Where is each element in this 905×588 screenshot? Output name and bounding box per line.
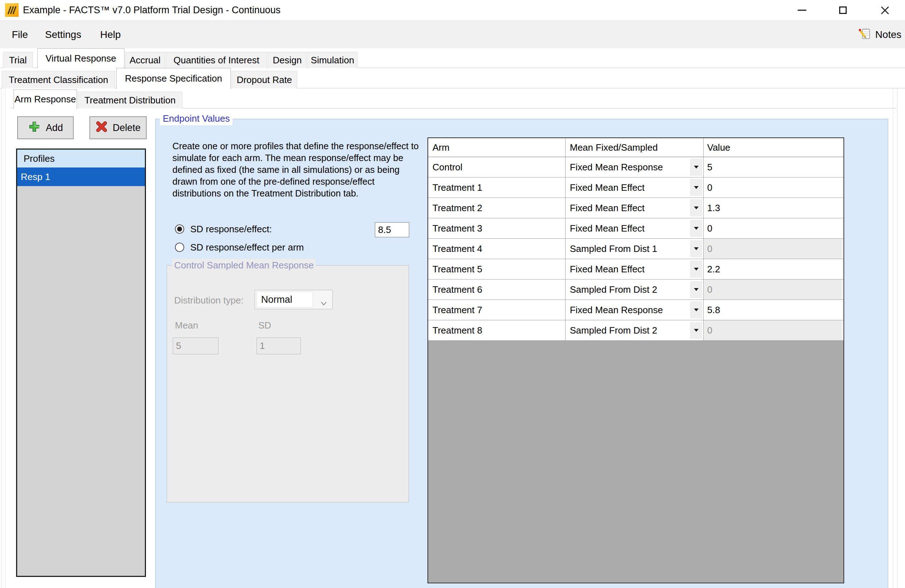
menu-help[interactable]: Help: [100, 21, 121, 49]
mean-type-cell[interactable]: Fixed Mean Effect: [565, 198, 703, 218]
menu-settings[interactable]: Settings: [45, 21, 81, 49]
mean-type-cell[interactable]: Sampled From Dist 2: [565, 320, 703, 340]
sd-response-effect-per-arm-radio[interactable]: [175, 243, 184, 252]
table-row: Control Fixed Mean Response 5: [428, 157, 843, 178]
tab-virtual-response[interactable]: Virtual Response: [37, 48, 124, 68]
table-row: Treatment 1 Fixed Mean Effect 0: [428, 178, 843, 198]
table-row: Treatment 6 Sampled From Dist 2 0: [428, 280, 843, 300]
value-cell[interactable]: 2.2: [703, 259, 843, 279]
value-cell[interactable]: 5.8: [703, 300, 843, 320]
value-cell[interactable]: 0: [703, 218, 843, 238]
minimize-icon[interactable]: [789, 0, 814, 21]
notes-button[interactable]: Notes: [857, 21, 902, 49]
maximize-icon[interactable]: [830, 0, 855, 21]
mean-type-cell[interactable]: Fixed Mean Effect: [565, 178, 703, 197]
add-button-label: Add: [46, 122, 63, 133]
sd-response-effect-label[interactable]: SD response/effect:: [190, 224, 272, 234]
mean-type-cell[interactable]: Fixed Mean Effect: [565, 218, 703, 238]
arm-cell: Treatment 5: [428, 259, 565, 279]
endpoint-values-group-label: Endpoint Values: [160, 112, 232, 125]
sd-response-effect-per-arm-label[interactable]: SD response/effect per arm: [190, 242, 304, 252]
chevron-down-icon: [320, 297, 327, 308]
delete-button[interactable]: Delete: [89, 116, 147, 139]
value-cell[interactable]: 0: [703, 239, 843, 259]
app-window: Example - FACTS™ v7.0 Platform Trial Des…: [0, 0, 905, 588]
control-sampled-mean-response-group: Control Sampled Mean Response Distributi…: [167, 265, 409, 502]
sd-value-input[interactable]: [375, 222, 409, 237]
tab-accrual[interactable]: Accrual: [125, 52, 165, 68]
table-header-row: Arm Mean Fixed/Sampled Value: [428, 138, 843, 157]
arm-cell: Treatment 4: [428, 239, 565, 259]
dropdown-arrow-icon[interactable]: [690, 240, 702, 257]
mean-type-cell[interactable]: Sampled From Dist 2: [565, 280, 703, 300]
distribution-type-value: Normal: [256, 292, 313, 307]
window-title: Example - FACTS™ v7.0 Platform Trial Des…: [23, 0, 281, 21]
col-header-mean-fixed-sampled: Mean Fixed/Sampled: [565, 138, 703, 157]
value-cell[interactable]: 0: [703, 320, 843, 340]
tab-treatment-classification[interactable]: Treatment Classification: [2, 71, 115, 88]
col-header-arm: Arm: [428, 138, 565, 157]
dropdown-arrow-icon[interactable]: [690, 261, 702, 278]
arm-cell: Treatment 7: [428, 300, 565, 320]
value-cell[interactable]: 5: [703, 157, 843, 177]
mean-type-cell[interactable]: Fixed Mean Effect: [565, 259, 703, 279]
dropdown-arrow-icon[interactable]: [690, 301, 702, 318]
notes-label: Notes: [875, 29, 902, 40]
menu-file[interactable]: File: [12, 21, 28, 49]
arm-cell: Control: [428, 157, 565, 177]
col-header-value: Value: [703, 138, 843, 157]
table-row: Treatment 4 Sampled From Dist 1 0: [428, 239, 843, 259]
dropdown-arrow-icon[interactable]: [690, 159, 702, 176]
tab-arm-response[interactable]: Arm Response: [14, 89, 77, 109]
endpoint-values-table: Arm Mean Fixed/Sampled Value Control Fix…: [427, 137, 844, 583]
sd-field: [256, 337, 301, 354]
profile-list-item[interactable]: Resp 1: [17, 167, 145, 186]
tab-quantities-of-interest[interactable]: Quantities of Interest: [166, 52, 267, 68]
distribution-type-dropdown[interactable]: Normal: [255, 290, 333, 309]
dropdown-arrow-icon[interactable]: [690, 220, 702, 237]
arm-cell: Treatment 3: [428, 218, 565, 238]
dropdown-arrow-icon[interactable]: [690, 179, 702, 196]
arm-cell: Treatment 8: [428, 320, 565, 340]
table-row: Treatment 7 Fixed Mean Response 5.8: [428, 300, 843, 320]
control-sampled-group-label: Control Sampled Mean Response: [172, 259, 316, 272]
add-button[interactable]: Add: [17, 116, 74, 139]
mean-type-cell[interactable]: Fixed Mean Response: [565, 157, 703, 177]
menu-bar: File Settings Help Notes: [0, 21, 905, 48]
sd-response-effect-radio[interactable]: [175, 224, 184, 234]
endpoint-description: Create one or more profiles that define …: [172, 140, 423, 199]
tab-response-specification[interactable]: Response Specification: [116, 68, 231, 89]
tab-simulation[interactable]: Simulation: [307, 52, 358, 68]
close-icon[interactable]: [872, 0, 897, 21]
profiles-list-header: Profiles: [17, 149, 145, 167]
dropdown-arrow-icon[interactable]: [690, 322, 702, 339]
plus-icon: [28, 120, 41, 136]
table-row: Treatment 5 Fixed Mean Effect 2.2: [428, 259, 843, 280]
page-border-line: [2, 88, 2, 588]
dropdown-arrow-icon[interactable]: [690, 199, 702, 216]
value-cell[interactable]: 0: [703, 178, 843, 197]
mean-field: [173, 337, 219, 354]
dropdown-arrow-icon[interactable]: [690, 281, 702, 298]
endpoint-values-group: Endpoint Values Create one or more profi…: [155, 119, 888, 588]
delete-button-label: Delete: [113, 122, 141, 133]
table-body: Control Fixed Mean Response 5 Treatment …: [428, 157, 843, 341]
tab-dropout-rate[interactable]: Dropout Rate: [232, 71, 297, 88]
table-row: Treatment 8 Sampled From Dist 2 0: [428, 320, 843, 341]
table-row: Treatment 2 Fixed Mean Effect 1.3: [428, 198, 843, 218]
value-cell[interactable]: 0: [703, 280, 843, 300]
arm-cell: Treatment 2: [428, 198, 565, 218]
arm-cell: Treatment 6: [428, 280, 565, 300]
mean-type-cell[interactable]: Sampled From Dist 1: [565, 239, 703, 259]
tab-trial[interactable]: Trial: [3, 52, 33, 68]
table-row: Treatment 3 Fixed Mean Effect 0: [428, 218, 843, 239]
mean-type-cell[interactable]: Fixed Mean Response: [565, 300, 703, 320]
value-cell[interactable]: 1.3: [703, 198, 843, 218]
profiles-list: Profiles Resp 1: [16, 148, 146, 577]
page-border-line: [897, 88, 897, 588]
notes-icon: [857, 27, 872, 43]
page-border-line: [5, 88, 5, 588]
facts-app-icon: [5, 3, 19, 17]
tab-design[interactable]: Design: [268, 52, 306, 68]
tab-treatment-distribution[interactable]: Treatment Distribution: [78, 92, 183, 108]
